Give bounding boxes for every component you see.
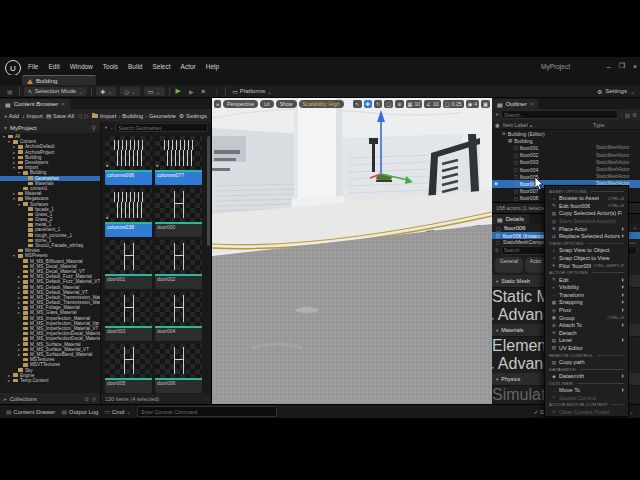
lamp-post[interactable] <box>372 142 375 172</box>
viewport[interactable]: ≡ Perspective Lit Show Scalability: High… <box>212 98 492 404</box>
asset-tile[interactable]: * door005 <box>105 344 152 393</box>
filter-icon[interactable]: ▼ <box>104 125 108 130</box>
content-drawer-button[interactable]: ▤ Content Drawer <box>6 408 55 415</box>
tab-details[interactable]: ▤ Details <box>492 214 529 224</box>
console-command-input[interactable] <box>137 406 277 417</box>
asset-search-input[interactable] <box>115 123 208 132</box>
context-menu-item[interactable]: ⌖ Snap View to Object <box>545 247 628 255</box>
context-menu-item[interactable]: ◆ Datasmith <box>545 372 628 380</box>
context-menu-item[interactable]: ▧ UV Editor <box>545 344 628 352</box>
expand-arrow-icon[interactable]: ▸ <box>492 316 494 321</box>
context-menu-item[interactable]: ⊘ Clear Current Folder <box>545 408 628 416</box>
back-icon[interactable]: ◁ <box>77 113 81 119</box>
outliner-row[interactable]: ▦ Building <box>492 137 640 144</box>
context-menu-item[interactable]: ✎ Edit floor006 CTRL+E <box>545 202 628 210</box>
show-dropdown[interactable]: Show <box>276 100 297 108</box>
blueprints-dropdown[interactable]: ◇ ⌄ <box>120 87 140 96</box>
asset-tile[interactable]: * door002 <box>155 240 202 289</box>
gear-icon[interactable]: ⚙ <box>632 112 637 118</box>
lock-icon[interactable]: ▪ <box>634 225 636 231</box>
scalability-warning[interactable]: Scalability: High <box>299 100 344 108</box>
rotation-snap-value[interactable]: 10 <box>433 101 439 107</box>
add-button[interactable]: + Add <box>4 113 19 119</box>
chevron-down-icon[interactable]: ⌄ <box>620 112 623 117</box>
collections-bar[interactable]: ▸ Collections ⊘ ⚲ <box>0 393 100 404</box>
context-menu-item[interactable]: ⊕ Place Actor <box>545 225 628 233</box>
expand-arrow-icon[interactable]: ▾ <box>2 134 6 139</box>
expand-arrow-icon[interactable]: ▸ <box>17 310 21 315</box>
play-button[interactable]: ▶ <box>174 87 183 95</box>
cinematics-dropdown[interactable]: ▭ ⌄ <box>144 87 165 96</box>
select-tool-button[interactable]: ↖ <box>353 100 361 108</box>
asset-tile[interactable]: * columns038 <box>105 188 152 237</box>
context-menu-item[interactable]: ⇄ Replace Selected Actors with <box>545 232 628 240</box>
context-menu-item[interactable]: ✈ Pilot 'floor006' CTRL+SHIFT+P <box>545 262 628 270</box>
context-menu-item[interactable]: ▤ Copy path <box>545 358 628 366</box>
type-column[interactable]: Type <box>593 122 637 128</box>
expand-arrow-icon[interactable]: ▸ <box>7 378 11 383</box>
context-menu-item[interactable]: ⊖ Detach <box>545 329 628 337</box>
context-menu-item[interactable]: ▦ Snapping <box>545 299 628 307</box>
filter-icon[interactable]: ▼ <box>495 112 499 117</box>
platforms-dropdown[interactable]: ▭ Platforms ⌄ <box>230 88 274 95</box>
perspective-dropdown[interactable]: Perspective <box>223 100 258 108</box>
expand-arrow-icon[interactable]: ▾ <box>12 196 16 201</box>
save-all-button[interactable]: ▤ Save All <box>46 113 74 119</box>
eye-icon[interactable]: ◉ <box>492 181 500 186</box>
chevron-down-icon[interactable]: ⌄ <box>110 125 113 130</box>
forward-icon[interactable]: ▷ <box>85 113 89 119</box>
expand-arrow-icon[interactable]: ▸ <box>17 352 21 357</box>
context-menu-item[interactable]: → Move To <box>545 386 628 394</box>
item-label-column[interactable]: Item Label ▲ <box>503 122 593 128</box>
no-entry-icon[interactable]: ⊘ <box>84 396 89 402</box>
outliner-row[interactable]: ◻ floor002 StaticMeshActor <box>492 152 640 159</box>
stop-button[interactable]: ■ <box>200 88 208 94</box>
kebab-icon[interactable]: ⋮ <box>211 88 221 95</box>
breadcrumb-building[interactable]: Building <box>122 113 143 119</box>
outliner-row[interactable]: ◻ floor001 StaticMeshActor <box>492 144 640 151</box>
restore-icon[interactable]: ❐ <box>619 62 625 70</box>
context-menu-item[interactable]: ◐ Visibility <box>545 283 628 291</box>
context-menu-item[interactable]: ⌂ Snap Object to View <box>545 254 628 262</box>
asset-tile[interactable]: * door006 <box>155 344 202 393</box>
outliner-row[interactable]: ◻ floor003 StaticMeshActor <box>492 159 640 166</box>
outliner-row[interactable]: ◻ floor004 StaticMeshActor <box>492 166 640 173</box>
context-menu-item[interactable]: ▤ Copy Selected Actor(s) File Path <box>545 210 628 218</box>
settings-button[interactable]: Settings <box>605 88 627 94</box>
cb-settings-button[interactable]: ⚙ Settings <box>179 113 207 119</box>
context-menu-item[interactable]: ↻ Source Control <box>545 394 628 402</box>
selection-mode-dropdown[interactable]: ↖ Selection Mode ⌄ <box>24 87 87 96</box>
expand-arrow-icon[interactable]: ▾ <box>17 170 21 175</box>
cmd-dropdown[interactable]: ▭ Cmd ⌄ <box>104 408 131 415</box>
new-folder-icon[interactable]: ▤ <box>625 112 630 118</box>
add-actor-dropdown[interactable]: ✚ ⌄ <box>96 87 116 96</box>
rotate-tool-button[interactable]: ↻ <box>374 100 382 108</box>
asset-tile[interactable]: * door003 <box>105 292 152 341</box>
scale-snap-button[interactable]: ▢0.25 <box>443 100 464 108</box>
context-menu-item[interactable]: ⌖ Browse to Asset CTRL+B <box>545 195 628 203</box>
outliner-row[interactable]: ⊕ Building (Editor) <box>492 130 640 137</box>
output-log-button[interactable]: ▤ Output Log <box>61 408 98 415</box>
tab-content-browser[interactable]: ▤ Content Browser × <box>0 99 70 109</box>
close-icon[interactable]: × <box>530 101 534 107</box>
skip-button[interactable]: ▶ <box>187 88 196 95</box>
context-menu-item[interactable]: ✎ Edit <box>545 276 628 284</box>
camera-speed-value[interactable]: 4 <box>474 101 477 107</box>
search-icon[interactable]: ⚲ <box>92 124 96 131</box>
outliner-row[interactable]: ◻ floor005 StaticMeshActor <box>492 173 640 180</box>
content-tree-item[interactable]: ▸ Temp Content <box>0 378 100 383</box>
move-tool-button[interactable]: ✚ <box>364 100 372 108</box>
expand-arrow-icon[interactable]: ▾ <box>17 202 21 207</box>
expand-arrow-icon[interactable]: ▾ <box>12 165 16 170</box>
scale-snap-value[interactable]: 0.25 <box>452 101 462 107</box>
scale-tool-button[interactable]: ▢ <box>384 100 393 108</box>
context-menu-item[interactable]: ▤ Level <box>545 337 628 345</box>
maximize-viewport-button[interactable]: ▣ <box>481 100 490 108</box>
lit-dropdown[interactable]: Lit <box>260 100 273 108</box>
sources-header[interactable]: ▾ MyProject ⚲ <box>0 122 100 133</box>
expand-arrow-icon[interactable]: ▾ <box>496 328 498 333</box>
world-space-button[interactable]: ⊕ <box>395 100 403 108</box>
close-icon[interactable]: × <box>633 63 637 70</box>
tab-outliner[interactable]: ▤ Outliner × <box>492 99 538 109</box>
asset-grid-scrollbar[interactable] <box>207 136 210 246</box>
